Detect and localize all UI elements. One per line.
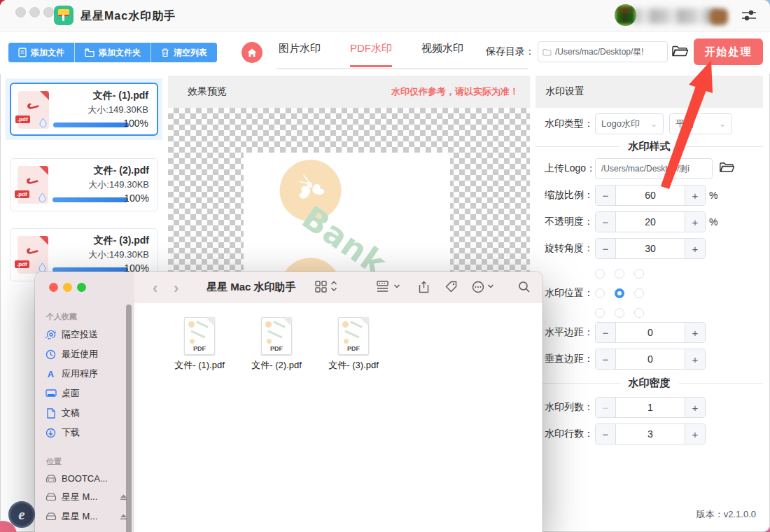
finder-close-button[interactable] bbox=[49, 283, 58, 292]
position-radio-top-right[interactable] bbox=[634, 269, 644, 279]
upload-logo-input[interactable]: /Users/mac/Desktop/测i bbox=[595, 158, 713, 179]
position-radio-bottom-right[interactable] bbox=[634, 308, 644, 318]
add-file-button[interactable]: 添加文件 bbox=[8, 43, 74, 62]
forward-button[interactable]: › bbox=[174, 279, 178, 298]
rows-label: 水印行数： bbox=[545, 428, 594, 440]
position-radio-middle-right[interactable] bbox=[634, 288, 644, 298]
preview-header: 效果预览 水印仅作参考，请以实际为准！ bbox=[168, 76, 530, 108]
columns-increase-button[interactable]: + bbox=[685, 398, 705, 417]
rows-value[interactable]: 3 bbox=[616, 424, 685, 444]
opacity-unit: % bbox=[709, 216, 718, 227]
rotation-decrease-button[interactable]: − bbox=[596, 239, 616, 258]
scale-value[interactable]: 60 bbox=[616, 186, 685, 205]
chevron-down-icon: ⌄ bbox=[650, 119, 657, 129]
columns-value[interactable]: 1 bbox=[616, 398, 685, 417]
position-radio-top-left[interactable] bbox=[595, 269, 605, 279]
position-radio-top-center[interactable] bbox=[615, 269, 624, 279]
file-list-item[interactable]: ᓚ .pdf 文件- (1).pdf 大小:149.30KB 100% bbox=[6, 78, 162, 140]
sidebar-item-volume[interactable]: 星星 M... bbox=[35, 487, 134, 507]
tab-pdf-watermark[interactable]: PDF水印 bbox=[350, 42, 392, 67]
airdrop-icon bbox=[45, 330, 57, 340]
zoom-window-button[interactable] bbox=[43, 7, 54, 18]
columns-decrease-button[interactable]: − bbox=[596, 398, 616, 417]
chevron-down-icon[interactable] bbox=[393, 284, 400, 289]
opacity-value[interactable]: 20 bbox=[616, 212, 685, 232]
watermark-droplet-icon bbox=[38, 192, 47, 202]
search-icon[interactable] bbox=[518, 281, 531, 293]
clear-list-button[interactable]: 清空列表 bbox=[151, 43, 217, 62]
finder-content: PDF 文件- (1).pdf PDF 文件- (2).pdf PDF 文件- … bbox=[134, 303, 542, 532]
sidebar-item-volume[interactable]: 星星 M... bbox=[35, 526, 134, 532]
h-margin-stepper: − 0 + bbox=[595, 322, 706, 343]
icon-view-icon[interactable] bbox=[315, 281, 327, 293]
home-button[interactable] bbox=[241, 42, 262, 63]
sidebar-item-recents[interactable]: 最近使用 bbox=[35, 344, 134, 364]
h-margin-value[interactable]: 0 bbox=[616, 323, 685, 342]
finder-zoom-button[interactable] bbox=[77, 283, 86, 292]
finder-minimize-button[interactable] bbox=[63, 283, 72, 292]
settings-sliders-icon[interactable] bbox=[741, 8, 757, 23]
position-radio-center[interactable] bbox=[615, 288, 624, 298]
rows-increase-button[interactable]: + bbox=[685, 424, 705, 444]
scale-decrease-button[interactable]: − bbox=[596, 186, 616, 205]
e-floating-badge[interactable]: e bbox=[8, 501, 35, 528]
start-processing-button[interactable]: 开始处理 bbox=[694, 38, 763, 65]
v-margin-decrease-button[interactable]: − bbox=[596, 349, 616, 369]
tab-image-watermark[interactable]: 图片水印 bbox=[279, 42, 321, 67]
group-view-icon[interactable] bbox=[377, 281, 391, 293]
watermark-droplet-icon bbox=[38, 262, 47, 272]
tab-video-watermark[interactable]: 视频水印 bbox=[421, 42, 463, 67]
back-button[interactable]: ‹ bbox=[153, 279, 158, 298]
clear-list-label: 清空列表 bbox=[174, 47, 207, 59]
close-window-button[interactable] bbox=[15, 7, 26, 18]
sidebar-item-applications[interactable]: A 应用程序 bbox=[35, 364, 134, 384]
watermark-droplet-icon bbox=[38, 118, 48, 127]
h-margin-increase-button[interactable]: + bbox=[685, 323, 705, 342]
position-radio-middle-left[interactable] bbox=[595, 288, 605, 298]
sidebar-item-volume[interactable]: 星星 M... bbox=[35, 507, 134, 526]
v-margin-increase-button[interactable]: + bbox=[685, 349, 705, 369]
scale-increase-button[interactable]: + bbox=[685, 186, 705, 205]
user-name-blurred bbox=[631, 8, 717, 24]
chevron-down-icon[interactable] bbox=[487, 284, 494, 289]
sidebar-item-airdrop[interactable]: 隔空投送 bbox=[35, 325, 134, 344]
finder-file[interactable]: PDF 文件- (1).pdf bbox=[161, 317, 238, 372]
h-margin-decrease-button[interactable]: − bbox=[596, 323, 616, 342]
tile-mode-select[interactable]: 平铺⌄ bbox=[669, 113, 732, 134]
rows-decrease-button[interactable]: − bbox=[596, 424, 616, 444]
v-margin-value[interactable]: 0 bbox=[616, 349, 685, 369]
finder-file[interactable]: PDF 文件- (3).pdf bbox=[315, 317, 392, 372]
position-radio-bottom-left[interactable] bbox=[595, 308, 605, 318]
folder-small-icon bbox=[542, 48, 552, 56]
finder-sidebar: 个人收藏 隔空投送 最近使用 A 应用程序 桌面 文稿 bbox=[35, 303, 134, 532]
document-icon bbox=[45, 408, 57, 419]
more-options-icon[interactable] bbox=[472, 281, 484, 293]
minimize-window-button[interactable] bbox=[29, 7, 40, 18]
sidebar-item-desktop[interactable]: 桌面 bbox=[35, 384, 134, 403]
view-sort-chevrons-icon[interactable] bbox=[330, 280, 337, 293]
sidebar-item-bootcamp[interactable]: BOOTCA... bbox=[35, 470, 134, 487]
rotation-increase-button[interactable]: + bbox=[685, 239, 705, 258]
watermark-type-label: 水印类型： bbox=[545, 118, 594, 130]
share-icon[interactable] bbox=[419, 281, 429, 293]
finder-file[interactable]: PDF 文件- (2).pdf bbox=[238, 317, 315, 372]
sidebar-item-documents[interactable]: 文稿 bbox=[35, 403, 134, 423]
browse-save-dir-button[interactable] bbox=[671, 43, 689, 59]
finder-window[interactable]: ‹ › 星星 Mac 水印助手 个人收藏 bbox=[35, 272, 542, 532]
save-dir-input[interactable]: /Users/mac/Desktop/星! bbox=[538, 41, 668, 62]
add-folder-button[interactable]: 添加文件夹 bbox=[75, 43, 150, 62]
rotation-value[interactable]: 30 bbox=[616, 239, 685, 258]
opacity-stepper: − 20 + bbox=[595, 211, 706, 232]
pdf-file-icon: ᓚ .pdf bbox=[18, 91, 49, 129]
tag-icon[interactable] bbox=[445, 281, 457, 293]
file-list-item[interactable]: ᓚ .pdf 文件- (2).pdf 大小:149.30KB 100% bbox=[6, 154, 162, 216]
browse-logo-button[interactable] bbox=[718, 160, 735, 175]
user-avatar[interactable] bbox=[615, 4, 636, 26]
watermark-type-select[interactable]: Logo水印⌄ bbox=[595, 113, 664, 134]
position-radio-bottom-center[interactable] bbox=[615, 308, 624, 318]
v-margin-label: 垂直边距： bbox=[545, 353, 594, 365]
sidebar-item-downloads[interactable]: 下载 bbox=[35, 423, 134, 442]
opacity-decrease-button[interactable]: − bbox=[596, 212, 616, 232]
opacity-increase-button[interactable]: + bbox=[685, 212, 705, 232]
sidebar-scrollbar[interactable] bbox=[126, 304, 132, 532]
